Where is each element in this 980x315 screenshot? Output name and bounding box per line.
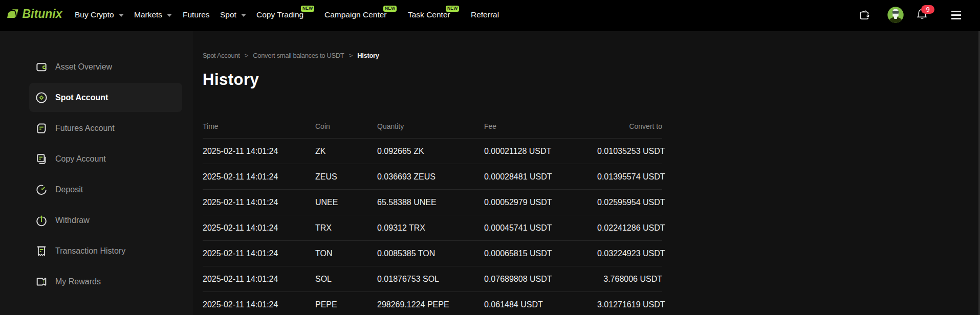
svg-text:Bitunix: Bitunix [23, 7, 63, 20]
